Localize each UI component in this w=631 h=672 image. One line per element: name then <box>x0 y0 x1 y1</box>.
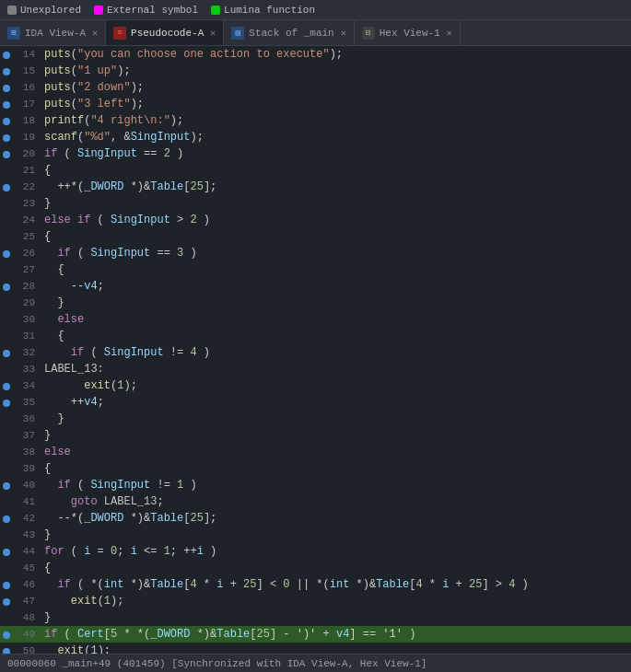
code-line-30[interactable]: 30 else <box>0 311 631 328</box>
code-line-18[interactable]: 18printf("4 right\n:"); <box>0 112 631 129</box>
line-dot-32 <box>0 344 13 361</box>
legend-external-symbol: External symbol <box>94 5 198 16</box>
line-code-42: --*(_DWORD *)&Table[25]; <box>41 510 216 527</box>
status-text: 00000060 _main+49 (401459) [Synchronized… <box>7 658 427 669</box>
line-number-42: 42 <box>13 510 41 527</box>
line-dot-27 <box>0 261 13 278</box>
code-line-17[interactable]: 17puts("3 left"); <box>0 96 631 112</box>
line-code-18: printf("4 right\n:"); <box>41 112 183 129</box>
code-line-22[interactable]: 22 ++*(_DWORD *)&Table[25]; <box>0 179 631 195</box>
code-area[interactable]: 14puts("you can choose one action to exe… <box>0 46 631 654</box>
tab-pseudo-label: Pseudocode-A <box>131 28 204 39</box>
line-code-34: exit(1); <box>41 377 137 394</box>
legend-bar: Unexplored External symbol Lumina functi… <box>0 0 631 20</box>
line-dot-34 <box>0 377 13 394</box>
legend-unexplored: Unexplored <box>7 5 81 16</box>
tab-pseudo-close[interactable]: ✕ <box>210 28 216 39</box>
line-number-31: 31 <box>13 328 41 344</box>
line-code-36: } <box>41 411 64 427</box>
code-line-33[interactable]: 33LABEL_13: <box>0 361 631 377</box>
tab-stack-label: Stack of _main <box>249 28 333 39</box>
code-line-40[interactable]: 40 if ( SingInput != 1 ) <box>0 477 631 493</box>
line-dot-21 <box>0 162 13 179</box>
line-dot-41 <box>0 493 13 510</box>
line-code-24: else if ( SingInput > 2 ) <box>41 212 210 228</box>
line-code-30: else <box>41 311 84 328</box>
tab-stack-close[interactable]: ✕ <box>341 28 346 39</box>
line-number-14: 14 <box>13 46 41 63</box>
code-line-46[interactable]: 46 if ( *(int *)&Table[4 * i + 25] < 0 |… <box>0 576 631 593</box>
line-code-45: { <box>41 560 51 576</box>
code-line-36[interactable]: 36 } <box>0 411 631 427</box>
code-line-35[interactable]: 35 ++v4; <box>0 394 631 411</box>
line-dot-46 <box>0 576 13 593</box>
code-line-26[interactable]: 26 if ( SingInput == 3 ) <box>0 245 631 261</box>
code-line-27[interactable]: 27 { <box>0 261 631 278</box>
code-line-14[interactable]: 14puts("you can choose one action to exe… <box>0 46 631 63</box>
code-line-49[interactable]: 49if ( Cert[5 * *(_DWORD *)&Table[25] - … <box>0 626 631 643</box>
code-line-28[interactable]: 28 --v4; <box>0 278 631 295</box>
line-dot-14 <box>0 46 13 63</box>
unexplored-label: Unexplored <box>20 5 81 16</box>
line-dot-43 <box>0 527 13 543</box>
tab-hex-view-1[interactable]: ⊟ Hex View-1 ✕ <box>355 20 461 45</box>
line-number-20: 20 <box>13 145 41 162</box>
code-line-48[interactable]: 48} <box>0 609 631 626</box>
tab-stack-of-main[interactable]: ▤ Stack of _main ✕ <box>224 20 354 45</box>
line-dot-15 <box>0 63 13 79</box>
line-code-20: if ( SingInput == 2 ) <box>41 145 183 162</box>
line-code-50: exit(1); <box>41 643 111 654</box>
code-line-21[interactable]: 21{ <box>0 162 631 179</box>
line-code-43: } <box>41 527 51 543</box>
code-line-25[interactable]: 25{ <box>0 228 631 245</box>
code-line-20[interactable]: 20if ( SingInput == 2 ) <box>0 145 631 162</box>
line-dot-24 <box>0 212 13 228</box>
line-number-19: 19 <box>13 129 41 145</box>
code-line-16[interactable]: 16puts("2 down"); <box>0 79 631 96</box>
code-line-43[interactable]: 43} <box>0 527 631 543</box>
code-line-23[interactable]: 23} <box>0 195 631 212</box>
code-line-45[interactable]: 45{ <box>0 560 631 576</box>
code-line-34[interactable]: 34 exit(1); <box>0 377 631 394</box>
line-dot-39 <box>0 460 13 477</box>
stack-icon: ▤ <box>231 27 244 40</box>
line-number-27: 27 <box>13 261 41 278</box>
code-line-42[interactable]: 42 --*(_DWORD *)&Table[25]; <box>0 510 631 527</box>
line-dot-36 <box>0 411 13 427</box>
line-number-45: 45 <box>13 560 41 576</box>
tab-ida-view-a[interactable]: ⊞ IDA View-A ✕ <box>0 20 106 45</box>
line-number-47: 47 <box>13 593 41 609</box>
code-line-38[interactable]: 38else <box>0 444 631 460</box>
code-line-19[interactable]: 19scanf("%d", &SingInput); <box>0 129 631 145</box>
line-dot-47 <box>0 593 13 609</box>
line-dot-44 <box>0 543 13 560</box>
tab-ida-close[interactable]: ✕ <box>92 28 98 39</box>
code-line-44[interactable]: 44for ( i = 0; i <= 1; ++i ) <box>0 543 631 560</box>
code-line-39[interactable]: 39{ <box>0 460 631 477</box>
code-line-50[interactable]: 50 exit(1); <box>0 643 631 654</box>
line-number-39: 39 <box>13 460 41 477</box>
tab-hex-close[interactable]: ✕ <box>447 28 452 39</box>
code-line-32[interactable]: 32 if ( SingInput != 4 ) <box>0 344 631 361</box>
line-dot-22 <box>0 179 13 195</box>
line-number-32: 32 <box>13 344 41 361</box>
line-number-35: 35 <box>13 394 41 411</box>
code-line-24[interactable]: 24else if ( SingInput > 2 ) <box>0 212 631 228</box>
line-code-21: { <box>41 162 51 179</box>
ida-view-icon: ⊞ <box>7 27 20 40</box>
code-line-47[interactable]: 47 exit(1); <box>0 593 631 609</box>
code-line-37[interactable]: 37} <box>0 427 631 444</box>
line-dot-31 <box>0 328 13 344</box>
code-line-29[interactable]: 29 } <box>0 295 631 311</box>
line-code-31: { <box>41 328 64 344</box>
code-line-41[interactable]: 41 goto LABEL_13; <box>0 493 631 510</box>
tab-pseudocode-a[interactable]: ≡ Pseudocode-A ✕ <box>106 20 224 45</box>
code-line-15[interactable]: 15puts("1 up"); <box>0 63 631 79</box>
line-code-35: ++v4; <box>41 394 104 411</box>
line-dot-42 <box>0 510 13 527</box>
code-line-31[interactable]: 31 { <box>0 328 631 344</box>
tab-hex-label: Hex View-1 <box>380 28 440 39</box>
line-code-44: for ( i = 0; i <= 1; ++i ) <box>41 543 216 560</box>
line-number-40: 40 <box>13 477 41 493</box>
line-code-33: LABEL_13: <box>41 361 104 377</box>
